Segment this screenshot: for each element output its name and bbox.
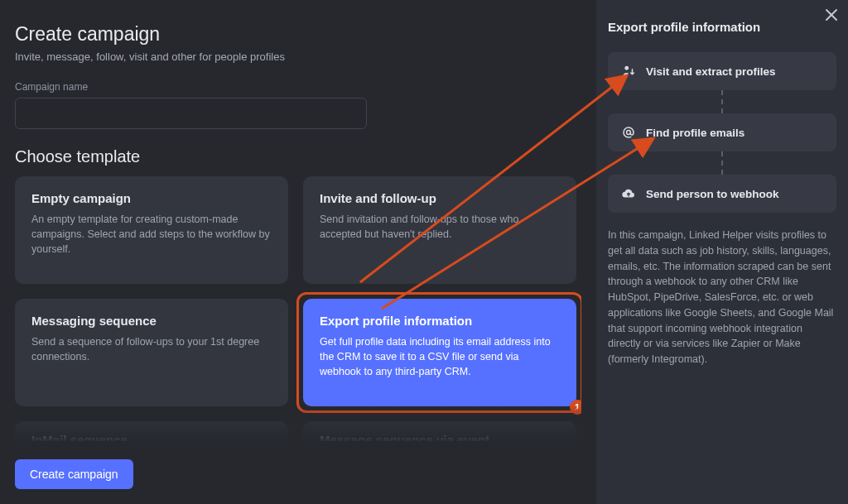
svg-point-2 [624,66,629,70]
template-desc: Send invitation and follow-ups to those … [320,212,560,242]
close-button[interactable] [825,8,838,25]
template-messaging-sequence[interactable]: Messaging sequence Send a sequence of fo… [15,299,288,406]
template-title: InMail sequence [31,433,272,441]
template-title: Invite and follow-up [320,191,560,205]
side-panel-description: In this campaign, Linked Helper visits p… [608,228,836,367]
cloud-up-icon [621,186,636,201]
workflow-step-send-webhook[interactable]: Send person to webhook [608,175,836,213]
user-arrow-icon [621,64,636,79]
template-desc: An empty template for creating custom-ma… [31,212,272,257]
side-panel-title: Export profile information [608,20,836,34]
page-subtitle: Invite, message, follow, visit and other… [15,50,581,63]
workflow-connector [608,90,836,113]
main-panel: Create campaign Invite, message, follow,… [0,0,596,504]
page-title: Create campaign [15,23,581,46]
template-desc: Get full profile data including its emai… [320,334,560,379]
side-panel: Export profile information Visit and ext… [596,0,848,504]
workflow-step-label: Visit and extract profiles [646,65,776,78]
template-export-profile[interactable]: Export profile information Get full prof… [303,299,576,406]
workflow-step-label: Send person to webhook [646,188,779,200]
template-title: Empty campaign [31,191,272,205]
campaign-name-label: Campaign name [15,81,581,93]
close-icon [825,8,838,22]
choose-template-heading: Choose template [15,147,581,166]
workflow-step-find-emails[interactable]: Find profile emails [608,113,836,151]
template-invite-followup[interactable]: Invite and follow-up Send invitation and… [303,176,576,284]
campaign-name-input[interactable] [15,98,367,129]
workflow-connector [608,151,836,175]
workflow-step-visit-extract[interactable]: Visit and extract profiles [608,52,836,90]
template-title: Export profile information [320,314,560,328]
template-title: Message sequence via event [320,433,560,441]
template-title: Messaging sequence [31,314,272,328]
template-desc: Send a sequence of follow-ups to your 1s… [31,334,272,364]
workflow-step-label: Find profile emails [646,127,744,139]
templates-grid: Empty campaign An empty template for cre… [15,176,581,441]
annotation-badge: 1 [570,400,581,415]
create-campaign-button[interactable]: Create campaign [15,459,133,489]
at-sign-icon [621,125,636,140]
template-message-sequence-event[interactable]: Message sequence via event [303,421,576,441]
template-empty-campaign[interactable]: Empty campaign An empty template for cre… [15,176,288,284]
template-inmail-sequence[interactable]: InMail sequence [15,421,288,441]
